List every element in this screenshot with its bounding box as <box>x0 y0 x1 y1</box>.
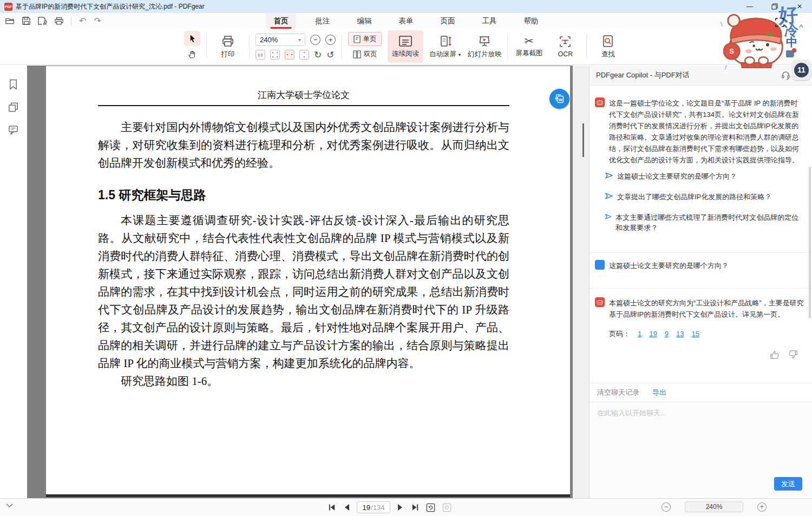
document-scrollbar[interactable] <box>573 66 589 498</box>
user-message: 这篇硕士论文主要研究的是哪个方向？ <box>595 260 804 271</box>
zoom-combobox[interactable]: 240%▾ <box>256 34 305 46</box>
ai-message-text: 本篇硕士论文的研究方向为“工业设计和产品战略”，主要是研究基于品牌IP的新消费时… <box>609 297 804 320</box>
page-link[interactable]: 1 <box>638 330 641 338</box>
fit-width-button[interactable] <box>285 50 294 60</box>
print-button[interactable]: 打印 <box>213 30 243 63</box>
user-avatar <box>595 260 605 270</box>
first-page-button[interactable] <box>328 504 336 511</box>
next-view-button[interactable] <box>442 503 451 512</box>
page-number-input[interactable]: 19/134 <box>357 501 390 513</box>
page-link[interactable]: 9 <box>665 330 669 338</box>
next-page-button[interactable] <box>397 504 404 511</box>
fit-page-button[interactable] <box>270 50 280 60</box>
dropdown-arrow-icon: ▼ <box>457 53 462 57</box>
suggested-question-text: 这篇硕士论文主要研究的是哪个方向？ <box>617 171 737 181</box>
undo-icon[interactable]: ↶ <box>79 17 86 25</box>
screenshot-label: 屏幕截图 <box>515 49 542 58</box>
export-chat-button[interactable]: 导出 <box>652 388 666 397</box>
previous-view-button[interactable] <box>426 503 435 512</box>
chat-history[interactable]: 这是一篇硕士学位论文，论文题目是“基于品牌 IP 的新消费时代下文创产品设计研究… <box>590 86 812 383</box>
menu-row: ↶ ↷ 首页 批注 编辑 表单 页面 工具 帮助 <box>0 13 812 29</box>
comments-panel-icon[interactable] <box>8 124 19 135</box>
chat-input[interactable]: 在此输入以开始聊天... 发送 <box>590 402 812 498</box>
redo-icon[interactable]: ↷ <box>94 17 101 25</box>
send-button[interactable]: 发送 <box>774 477 802 491</box>
ime-indicator[interactable]: 中 <box>786 35 797 50</box>
suggested-question[interactable]: 这篇硕士论文主要研究的是哪个方向？ <box>605 171 803 181</box>
status-bar: 19/134 − 240% + <box>0 498 812 516</box>
find-label: 查找 <box>601 50 615 59</box>
tab-home[interactable]: 首页 <box>266 13 296 29</box>
convert-to-word-button[interactable]: W <box>549 89 569 109</box>
page-references: 页码：11991315 <box>609 329 699 339</box>
open-file-icon[interactable] <box>5 17 15 25</box>
thumbnails-panel-icon[interactable] <box>8 101 19 113</box>
single-page-button[interactable]: 单页 <box>348 32 382 46</box>
tab-help[interactable]: 帮助 <box>516 13 546 29</box>
continuous-reading-button[interactable]: 连续阅读 <box>388 30 423 63</box>
suggested-question[interactable]: 文章提出了哪些文创品牌IP化发展的路径和策略？ <box>605 192 803 202</box>
divider <box>590 252 812 253</box>
copilot-avatar-icon <box>595 297 605 307</box>
actual-size-button[interactable]: 1:1 <box>256 50 265 60</box>
ocr-button[interactable]: OCR <box>550 30 580 63</box>
hand-tool-button[interactable] <box>184 47 200 62</box>
slideshow-button[interactable]: 幻灯片放映 <box>468 30 502 63</box>
total-pages: /134 <box>371 504 384 512</box>
touch-keyboard-icon[interactable] <box>786 50 794 57</box>
status-zoom-level[interactable]: 240% <box>685 501 743 512</box>
page-link[interactable]: 19 <box>649 330 657 338</box>
auto-scroll-button[interactable]: 自动滚屏▼ <box>429 30 462 63</box>
copilot-footer: 清空聊天记录 导出 在此输入以开始聊天... 发送 <box>590 383 812 498</box>
pdfgear-logo-icon: PDF <box>4 3 12 11</box>
status-zoom-out-button[interactable]: − <box>662 502 671 512</box>
page-link[interactable]: 15 <box>691 330 699 338</box>
tab-page[interactable]: 页面 <box>433 13 463 29</box>
svg-text:W: W <box>558 97 562 102</box>
zoom-in-button[interactable]: + <box>325 35 336 45</box>
find-button[interactable]: 查找 <box>593 30 623 63</box>
tab-edit[interactable]: 编辑 <box>350 13 379 29</box>
collapse-sidebar-icon[interactable] <box>5 503 14 508</box>
status-zoom-in-button[interactable]: + <box>757 502 767 512</box>
ai-message-text: 这是一篇硕士学位论文，论文题目是“基于品牌 IP 的新消费时代下文创产品设计研究… <box>609 97 804 166</box>
double-page-button[interactable]: 双页 <box>348 47 382 61</box>
quick-print-icon[interactable] <box>55 17 63 25</box>
ribbon-tabs: 首页 批注 编辑 表单 页面 工具 帮助 <box>266 13 546 29</box>
thumbs-down-icon[interactable] <box>788 350 798 360</box>
chat-input-placeholder: 在此输入以开始聊天... <box>597 408 666 418</box>
screenshot-button[interactable]: ✂ 屏幕截图 <box>514 30 544 63</box>
zoom-out-button[interactable]: − <box>310 35 320 45</box>
double-page-label: 双页 <box>364 50 377 59</box>
save-icon[interactable] <box>22 17 30 25</box>
scrollbar-thumb[interactable] <box>582 123 584 157</box>
chat-scrollbar-thumb[interactable] <box>809 167 811 318</box>
select-tool-button[interactable] <box>184 31 200 46</box>
page-link[interactable]: 13 <box>676 330 684 338</box>
save-as-icon[interactable] <box>38 17 47 25</box>
previous-page-button[interactable] <box>343 504 350 511</box>
minimize-button[interactable]: — <box>737 0 762 13</box>
headset-icon[interactable] <box>781 71 790 80</box>
rotate-left-icon[interactable]: ↺ <box>326 50 334 60</box>
notification-dot <box>792 48 796 53</box>
thumbs-up-icon[interactable] <box>770 350 780 360</box>
rotate-right-icon[interactable]: ↻ <box>314 50 322 60</box>
clear-chat-button[interactable]: 清空聊天记录 <box>597 388 639 397</box>
pet-counter-badge: 11 <box>792 60 811 80</box>
document-viewport[interactable]: 江南大学硕士学位论文 主要针对国内外博物馆文创模式以及国内外优秀文创品牌设计案例… <box>27 66 573 498</box>
single-page-label: 单页 <box>363 35 377 44</box>
bookmarks-panel-icon[interactable] <box>8 79 19 90</box>
tab-form[interactable]: 表单 <box>391 13 421 29</box>
fit-height-button[interactable] <box>299 50 309 60</box>
main-toolbar: 打印 240%▾ − + 1:1 <box>0 29 812 65</box>
pdf-page[interactable]: 江南大学硕士学位论文 主要针对国内外博物馆文创模式以及国内外优秀文创品牌设计案例… <box>46 66 570 494</box>
header-rule <box>98 105 509 106</box>
paragraph: 研究思路如图 1-6。 <box>98 373 509 390</box>
tab-tools[interactable]: 工具 <box>475 13 505 29</box>
last-page-button[interactable] <box>411 504 419 511</box>
suggested-question-text: 文章提出了哪些文创品牌IP化发展的路径和策略？ <box>617 192 771 202</box>
tab-annotate[interactable]: 批注 <box>308 13 338 29</box>
suggested-question[interactable]: 本文主要通过哪些方式梳理了新消费时代对文创品牌的定位和发展要求？ <box>605 212 803 233</box>
snip-frame-icon[interactable] <box>775 17 785 28</box>
